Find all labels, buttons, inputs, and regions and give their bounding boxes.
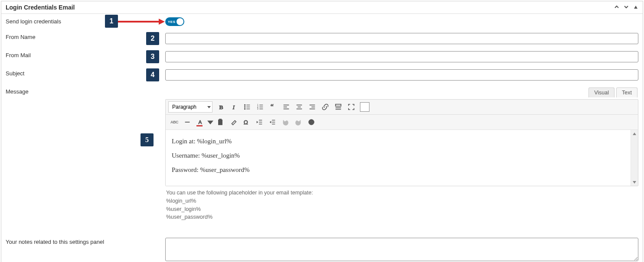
row-from-mail: From Mail 3 [1, 48, 643, 66]
send-credentials-toggle[interactable]: YES [165, 17, 184, 26]
annotation-marker-1: 1 [105, 15, 118, 28]
label-notes: Your notes related to this settings pane… [6, 238, 165, 245]
label-subject: Subject [6, 69, 165, 77]
panel-title: Login Credentials Email [6, 4, 614, 11]
panel-controls [614, 4, 638, 11]
svg-text:3: 3 [257, 107, 258, 110]
row-send-credentials: Send login credentials 1 YES [1, 14, 643, 29]
format-select[interactable]: Paragraph [168, 101, 212, 113]
svg-marker-44 [633, 133, 636, 135]
label-from-mail: From Mail [6, 51, 165, 58]
notes-textarea[interactable] [165, 238, 638, 261]
subject-input[interactable] [165, 69, 638, 81]
annotation-arrow-head [159, 19, 165, 25]
svg-point-7 [245, 108, 245, 109]
toolbar-toggle-button[interactable] [332, 101, 344, 113]
collapse-up-icon[interactable] [614, 4, 619, 11]
editor-scrollbar[interactable] [631, 130, 638, 186]
undo-button[interactable] [279, 116, 291, 128]
editor-tabs: Visual Text [165, 87, 638, 99]
annotation-marker-5: 5 [141, 133, 154, 146]
indent-button[interactable] [266, 116, 278, 128]
format-select-wrap[interactable]: Paragraph [168, 101, 214, 113]
row-subject: Subject 4 [1, 66, 643, 84]
bullet-list-button[interactable] [241, 101, 253, 113]
svg-text:?: ? [311, 120, 313, 125]
outdent-button[interactable] [253, 116, 265, 128]
from-mail-input[interactable] [165, 51, 638, 62]
panel-header: Login Credentials Email [1, 1, 643, 14]
svg-text:B: B [219, 104, 223, 110]
italic-button[interactable]: I [228, 101, 240, 113]
help-button[interactable]: ? [305, 116, 317, 128]
placeholder-hints: You can use the following placeholder in… [165, 186, 638, 221]
redo-button[interactable] [292, 116, 304, 128]
hint-placeholder: %user_password% [166, 213, 637, 221]
collapse-down-icon[interactable] [624, 4, 629, 11]
editor-line: Password: %user_password% [172, 166, 632, 174]
editor-toolbar-primary: Paragraph B I 123 “ [166, 100, 638, 115]
special-char-button[interactable]: Ω [240, 116, 252, 128]
svg-marker-30 [208, 121, 212, 124]
strikethrough-button[interactable]: ABC [168, 116, 180, 128]
hint-placeholder: %user_login% [166, 205, 637, 213]
svg-text:“: “ [271, 103, 274, 111]
color-swatch[interactable] [360, 102, 369, 112]
annotation-marker-2: 2 [146, 32, 159, 45]
align-right-button[interactable] [306, 101, 318, 113]
scroll-down-icon[interactable] [631, 178, 638, 186]
svg-text:Ω: Ω [244, 119, 248, 126]
bold-button[interactable]: B [215, 101, 227, 113]
hint-intro: You can use the following placeholder in… [166, 189, 637, 197]
row-from-name: From Name 2 [1, 29, 643, 48]
scroll-up-icon[interactable] [631, 130, 638, 137]
toggle-knob [177, 18, 183, 25]
svg-marker-41 [270, 121, 271, 123]
text-color-button[interactable]: A [194, 116, 206, 128]
link-button[interactable] [319, 101, 331, 113]
svg-text:I: I [232, 104, 235, 110]
toggle-panel-icon[interactable] [633, 4, 638, 11]
svg-marker-0 [634, 6, 637, 9]
svg-rect-31 [219, 120, 222, 125]
numbered-list-button[interactable]: 123 [254, 101, 266, 113]
annotation-marker-4: 4 [146, 68, 159, 81]
annotation-arrow [118, 21, 159, 23]
row-notes: Your notes related to this settings pane… [1, 225, 643, 262]
editor-toolbar-secondary: ABC A Ω ? [166, 115, 638, 130]
clear-formatting-button[interactable] [227, 116, 239, 128]
editor-line: Username: %user_login% [172, 152, 632, 159]
wysiwyg-editor: Paragraph B I 123 “ [165, 99, 638, 186]
align-left-button[interactable] [280, 101, 292, 113]
toggle-state-label: YES [165, 20, 176, 24]
paste-text-button[interactable] [214, 116, 226, 128]
annotation-marker-3: 3 [146, 50, 159, 63]
from-name-input[interactable] [165, 33, 638, 44]
align-center-button[interactable] [293, 101, 305, 113]
svg-point-3 [245, 104, 245, 105]
label-message: Message [6, 87, 165, 95]
editor-content[interactable]: 5 Login at: %login_url% Username: %user_… [166, 130, 638, 186]
svg-marker-45 [633, 181, 636, 184]
horizontal-rule-button[interactable] [181, 116, 193, 128]
svg-rect-25 [336, 104, 341, 107]
svg-marker-37 [257, 121, 258, 123]
fullscreen-button[interactable] [345, 101, 357, 113]
settings-panel: Login Credentials Email Send login crede… [1, 1, 643, 262]
text-color-dropdown-icon[interactable] [207, 116, 213, 128]
svg-text:A: A [199, 119, 202, 125]
hint-placeholder: %login_url% [166, 197, 637, 205]
editor-line: Login at: %login_url% [172, 138, 632, 145]
blockquote-button[interactable]: “ [267, 101, 279, 113]
editor-tab-text[interactable]: Text [616, 87, 637, 97]
row-message: Message Visual Text Paragraph B I 123 [1, 84, 643, 225]
editor-tab-visual[interactable]: Visual [588, 87, 615, 97]
label-from-name: From Name [6, 33, 165, 40]
svg-rect-32 [219, 119, 221, 120]
svg-point-5 [245, 107, 245, 107]
